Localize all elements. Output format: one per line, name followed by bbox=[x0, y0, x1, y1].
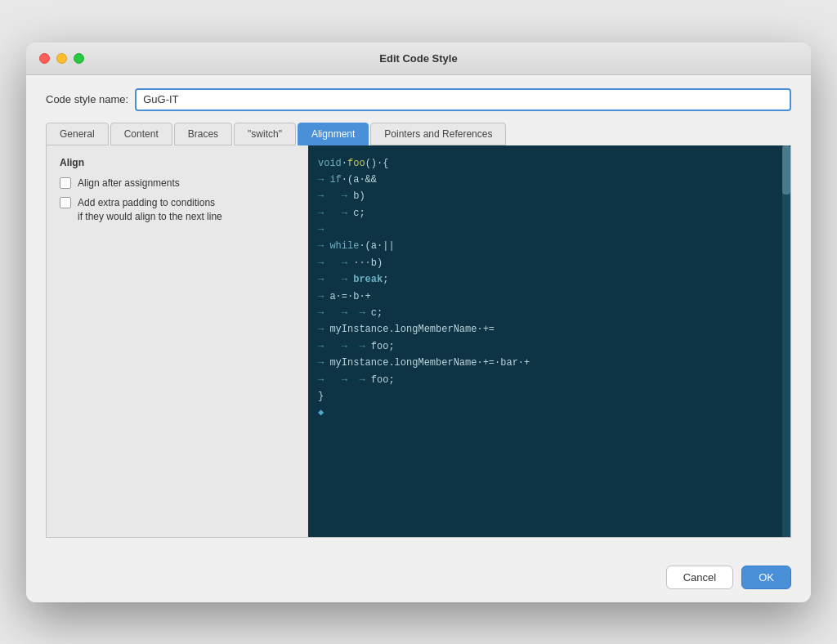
checkbox-row-padding: Add extra padding to conditionsif they w… bbox=[60, 196, 295, 224]
tab-pointers[interactable]: Pointers and References bbox=[370, 123, 506, 145]
maximize-button[interactable] bbox=[74, 53, 84, 64]
code-style-input[interactable] bbox=[135, 88, 791, 111]
align-assignments-label: Align after assignments bbox=[78, 177, 180, 190]
dialog-body: Code style name: General Content Braces … bbox=[26, 75, 811, 554]
close-button[interactable] bbox=[39, 53, 50, 64]
code-preview: void·foo()·{ → if·(a·&& → → b) → → c; → … bbox=[308, 145, 790, 432]
tabs-row: General Content Braces "switch" Alignmen… bbox=[46, 123, 791, 145]
minimize-button[interactable] bbox=[56, 53, 67, 64]
main-content: Align Align after assignments Add extra … bbox=[46, 145, 791, 538]
checkbox-row-assignments: Align after assignments bbox=[60, 177, 295, 190]
tab-switch[interactable]: "switch" bbox=[234, 123, 296, 145]
scrollbar-thumb[interactable] bbox=[782, 145, 790, 195]
cancel-button[interactable]: Cancel bbox=[666, 566, 733, 589]
extra-padding-checkbox[interactable] bbox=[60, 197, 71, 208]
tab-braces[interactable]: Braces bbox=[174, 123, 232, 145]
tab-content[interactable]: Content bbox=[110, 123, 172, 145]
extra-padding-label: Add extra padding to conditionsif they w… bbox=[78, 196, 222, 224]
dialog-window: Edit Code Style Code style name: General… bbox=[26, 42, 811, 602]
tab-general[interactable]: General bbox=[46, 123, 109, 145]
code-preview-panel: void·foo()·{ → if·(a·&& → → b) → → c; → … bbox=[308, 145, 790, 537]
align-assignments-checkbox[interactable] bbox=[60, 177, 71, 189]
left-panel: Align Align after assignments Add extra … bbox=[47, 145, 308, 537]
ok-button[interactable]: OK bbox=[741, 566, 791, 589]
traffic-lights bbox=[39, 53, 84, 64]
dialog-footer: Cancel OK bbox=[26, 554, 811, 602]
title-bar: Edit Code Style bbox=[26, 42, 811, 75]
code-style-label: Code style name: bbox=[46, 93, 128, 105]
tab-alignment[interactable]: Alignment bbox=[298, 123, 369, 145]
align-heading: Align bbox=[60, 157, 295, 168]
scrollbar-track[interactable] bbox=[782, 145, 790, 537]
code-style-row: Code style name: bbox=[46, 88, 791, 111]
dialog-title: Edit Code Style bbox=[379, 52, 457, 65]
